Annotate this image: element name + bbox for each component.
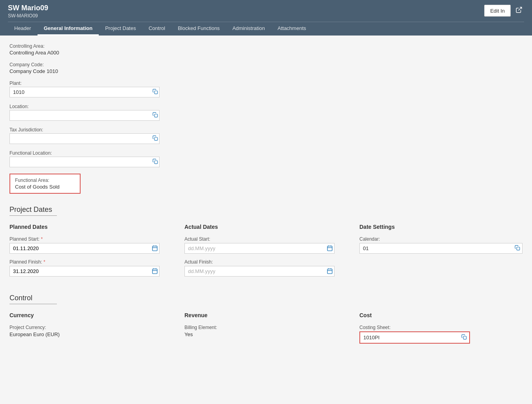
app-header: SW Mario09 SW-MARIO09 Edit In Header Gen…: [0, 0, 532, 36]
functional-area-value: Cost of Goods Sold: [15, 184, 75, 190]
planned-dates-header: Planned Dates: [9, 224, 173, 230]
actual-start-calendar-button[interactable]: [327, 245, 333, 252]
date-settings-header: Date Settings: [359, 224, 523, 230]
billing-element-field: Billing Element: Yes: [184, 325, 348, 337]
planned-finish-calendar-button[interactable]: [152, 268, 158, 275]
app-subtitle: SW-MARIO09: [8, 13, 524, 22]
actual-finish-calendar-button[interactable]: [327, 268, 333, 275]
controlling-area-value: Controlling Area A000: [9, 50, 523, 56]
tab-control[interactable]: Control: [142, 22, 171, 36]
costing-sheet-input[interactable]: [361, 333, 460, 342]
calendar-field: Calendar:: [359, 236, 523, 254]
functional-location-label: Functional Location:: [9, 150, 523, 156]
tab-general-information[interactable]: General Information: [38, 22, 99, 36]
planned-finish-label: Planned Finish: *: [9, 259, 173, 265]
currency-col: Currency Project Currency: European Euro…: [9, 312, 173, 349]
calendar-label: Calendar:: [359, 236, 523, 242]
planned-start-input-wrapper: [9, 243, 160, 254]
actual-finish-input-wrapper: [184, 266, 335, 277]
tax-jurisdiction-input[interactable]: [9, 133, 160, 144]
company-code-field: Company Code: Company Code 1010: [9, 62, 523, 74]
tab-attachments[interactable]: Attachments: [271, 22, 312, 36]
control-grid: Currency Project Currency: European Euro…: [9, 312, 523, 349]
tax-jurisdiction-input-wrapper: [9, 133, 160, 144]
tab-project-dates[interactable]: Project Dates: [99, 22, 142, 36]
cost-col: Cost Costing Sheet:: [359, 312, 523, 349]
dates-grid: Planned Dates Planned Start: *: [9, 224, 523, 282]
controlling-area-label: Controlling Area:: [9, 43, 523, 49]
project-dates-divider: [9, 215, 57, 216]
edit-in-button[interactable]: Edit In: [484, 5, 511, 17]
location-label: Location:: [9, 104, 523, 109]
calendar-input-wrapper: [359, 243, 523, 254]
svg-rect-17: [327, 269, 332, 273]
plant-input[interactable]: [9, 87, 160, 97]
planned-dates-col: Planned Dates Planned Start: *: [9, 224, 173, 282]
functional-location-field: Functional Location:: [9, 150, 523, 167]
planned-start-required: *: [41, 236, 43, 242]
main-content: Controlling Area: Controlling Area A000 …: [0, 36, 532, 365]
tab-blocked-functions[interactable]: Blocked Functions: [171, 22, 226, 36]
control-divider: [9, 304, 57, 304]
svg-rect-4: [154, 161, 158, 164]
location-input[interactable]: [9, 110, 160, 121]
location-input-wrapper: [9, 110, 160, 121]
svg-rect-21: [517, 247, 520, 250]
currency-header: Currency: [9, 312, 173, 318]
app-title: SW Mario09: [8, 4, 524, 13]
actual-dates-col: Actual Dates Actual Start:: [184, 224, 348, 282]
planned-start-input[interactable]: [9, 243, 160, 254]
planned-finish-required: *: [43, 259, 45, 265]
calendar-copy-button[interactable]: [515, 245, 520, 252]
controlling-area-field: Controlling Area: Controlling Area A000: [9, 43, 523, 56]
control-section-title: Control: [9, 294, 523, 302]
svg-rect-13: [327, 246, 332, 251]
actual-start-input-wrapper: [184, 243, 335, 254]
functional-location-input-wrapper: [9, 157, 160, 167]
plant-label: Plant:: [9, 80, 523, 86]
export-button[interactable]: [514, 5, 524, 17]
functional-location-copy-button[interactable]: [152, 159, 158, 165]
tax-jurisdiction-copy-button[interactable]: [152, 135, 158, 142]
header-actions: Edit In: [484, 5, 524, 17]
billing-element-label: Billing Element:: [184, 325, 348, 330]
company-code-label: Company Code:: [9, 62, 523, 67]
plant-copy-button[interactable]: [152, 89, 158, 95]
svg-rect-2: [154, 114, 158, 117]
project-currency-field: Project Currency: European Euro (EUR): [9, 325, 173, 337]
actual-finish-input[interactable]: [184, 266, 335, 277]
actual-start-input[interactable]: [184, 243, 335, 254]
planned-start-field: Planned Start: *: [9, 236, 173, 254]
date-settings-col: Date Settings Calendar:: [359, 224, 523, 282]
costing-sheet-field: Costing Sheet:: [359, 325, 523, 344]
planned-start-label: Planned Start: *: [9, 236, 173, 242]
plant-field: Plant:: [9, 80, 523, 97]
planned-finish-input[interactable]: [9, 266, 160, 277]
actual-start-label: Actual Start:: [184, 236, 348, 242]
location-copy-button[interactable]: [152, 112, 158, 119]
svg-rect-5: [152, 246, 157, 251]
costing-sheet-copy-button[interactable]: [460, 334, 468, 341]
functional-area-label: Functional Area:: [15, 178, 75, 183]
project-currency-value: European Euro (EUR): [9, 331, 173, 337]
actual-finish-label: Actual Finish:: [184, 259, 348, 265]
tax-jurisdiction-field: Tax Jurisdiction:: [9, 127, 523, 144]
calendar-input[interactable]: [359, 243, 523, 254]
tax-jurisdiction-label: Tax Jurisdiction:: [9, 127, 523, 133]
functional-area-highlight: Functional Area: Cost of Goods Sold: [9, 174, 81, 194]
plant-input-wrapper: [9, 87, 160, 97]
functional-area-field: Functional Area: Cost of Goods Sold: [9, 174, 523, 194]
svg-rect-1: [154, 91, 158, 94]
planned-start-calendar-button[interactable]: [152, 245, 158, 252]
tab-administration[interactable]: Administration: [226, 22, 271, 36]
actual-start-field: Actual Start:: [184, 236, 348, 254]
planned-finish-field: Planned Finish: *: [9, 259, 173, 277]
svg-rect-3: [154, 137, 158, 140]
functional-location-input[interactable]: [9, 157, 160, 167]
svg-rect-22: [463, 336, 466, 339]
revenue-col: Revenue Billing Element: Yes: [184, 312, 348, 349]
tab-header[interactable]: Header: [8, 22, 38, 36]
svg-line-0: [519, 7, 522, 10]
nav-tabs: Header General Information Project Dates…: [8, 22, 524, 36]
costing-sheet-highlight: [359, 331, 470, 344]
